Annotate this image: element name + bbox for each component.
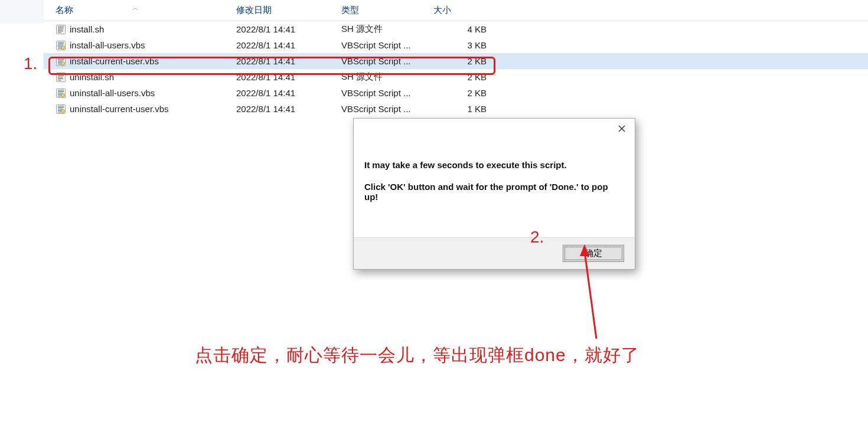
file-name: uninstall-current-user.vbs: [70, 104, 169, 114]
svg-point-7: [61, 93, 65, 97]
svg-point-9: [61, 109, 65, 113]
annotation-number-2: 2.: [530, 228, 544, 247]
file-date: 2022/8/1 14:41: [236, 104, 341, 114]
file-size: 3 KB: [433, 40, 504, 50]
sidebar-panel: [0, 0, 44, 24]
dialog-close-button[interactable]: [609, 119, 635, 140]
column-header-size[interactable]: 大小: [433, 5, 504, 16]
file-type: VBScript Script ...: [341, 56, 433, 66]
file-type: SH 源文件: [341, 24, 433, 35]
annotation-number-1: 1.: [24, 54, 37, 73]
column-header-date[interactable]: 修改日期: [236, 5, 341, 16]
sort-asc-icon: ︿: [132, 4, 139, 12]
file-explorer: 名称 ︿ 修改日期 类型 大小 install.sh2022/8/1 14:41…: [44, 0, 868, 117]
vbs-file-icon: [56, 88, 66, 99]
close-icon: [618, 123, 625, 135]
vbs-file-icon: [56, 56, 66, 67]
file-type: VBScript Script ...: [341, 40, 433, 50]
file-type: VBScript Script ...: [341, 88, 433, 98]
file-row[interactable]: uninstall-all-users.vbs2022/8/1 14:41VBS…: [44, 85, 868, 101]
file-row[interactable]: install-all-users.vbs2022/8/1 14:41VBScr…: [44, 37, 868, 53]
column-header-row: 名称 ︿ 修改日期 类型 大小: [44, 0, 868, 21]
vbs-file-icon: [56, 104, 66, 114]
file-size: 4 KB: [433, 24, 504, 34]
sh-file-icon: [56, 24, 66, 35]
file-size: 2 KB: [433, 72, 504, 82]
dialog-ok-button[interactable]: 确定: [563, 245, 624, 262]
file-date: 2022/8/1 14:41: [236, 24, 341, 34]
file-name: uninstall.sh: [70, 72, 114, 82]
file-date: 2022/8/1 14:41: [236, 72, 341, 82]
vbs-file-icon: [56, 40, 66, 51]
dialog-message-line2: Click 'OK' button and wait for the promp…: [364, 182, 624, 202]
file-date: 2022/8/1 14:41: [236, 40, 341, 50]
file-date: 2022/8/1 14:41: [236, 56, 341, 66]
file-size: 2 KB: [433, 56, 504, 66]
file-size: 1 KB: [433, 104, 504, 114]
dialog-message-line1: It may take a few seconds to execute thi…: [364, 160, 624, 170]
file-date: 2022/8/1 14:41: [236, 88, 341, 98]
file-row[interactable]: uninstall.sh2022/8/1 14:41SH 源文件2 KB: [44, 69, 868, 85]
file-row[interactable]: install-current-user.vbs2022/8/1 14:41VB…: [44, 53, 868, 69]
dialog-titlebar[interactable]: [354, 119, 635, 140]
script-prompt-dialog: It may take a few seconds to execute thi…: [353, 118, 635, 270]
file-row[interactable]: install.sh2022/8/1 14:41SH 源文件4 KB: [44, 21, 868, 37]
column-header-name[interactable]: 名称 ︿: [44, 5, 236, 16]
annotation-caption: 点击确定，耐心等待一会儿，等出现弹框done，就好了: [195, 343, 639, 368]
svg-point-2: [61, 45, 65, 49]
file-name: install-all-users.vbs: [70, 40, 145, 50]
file-name: uninstall-all-users.vbs: [70, 88, 155, 98]
column-header-type[interactable]: 类型: [341, 5, 433, 16]
file-type: VBScript Script ...: [341, 104, 433, 114]
dialog-footer: 确定: [354, 237, 635, 269]
file-type: SH 源文件: [341, 71, 433, 83]
file-size: 2 KB: [433, 88, 504, 98]
file-name: install.sh: [70, 24, 104, 34]
file-row[interactable]: uninstall-current-user.vbs2022/8/1 14:41…: [44, 101, 868, 117]
dialog-body: It may take a few seconds to execute thi…: [354, 140, 635, 237]
file-name: install-current-user.vbs: [70, 56, 159, 66]
svg-point-4: [61, 61, 65, 65]
sh-file-icon: [56, 72, 66, 83]
header-name-label: 名称: [56, 5, 73, 15]
